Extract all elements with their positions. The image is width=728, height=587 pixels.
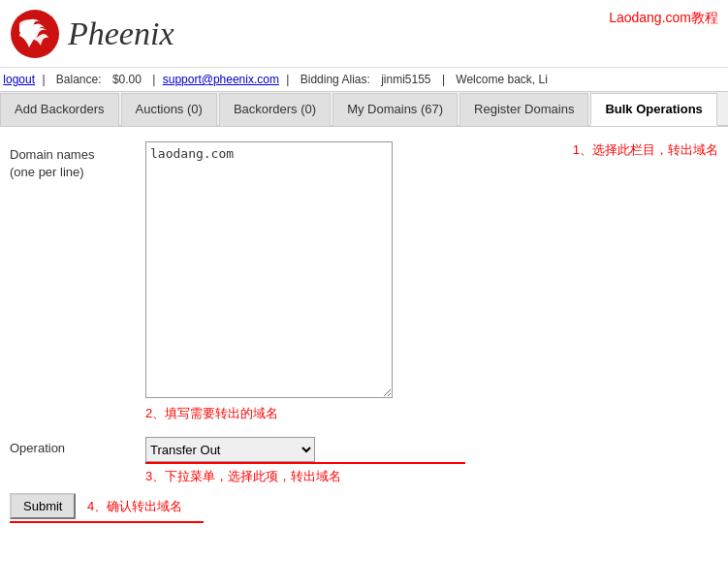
bidding-alias-value: jinmi5155 [381, 73, 430, 86]
annotation-1: 1、选择此栏目，转出域名 [573, 141, 718, 159]
domain-names-row: Domain names (one per line) 2、填写需要转出的域名 [10, 141, 718, 422]
separator-2: | [152, 73, 158, 86]
tab-backorders[interactable]: Backorders (0) [219, 93, 331, 126]
submit-button[interactable]: Submit [10, 493, 76, 519]
logout-link[interactable]: logout [3, 73, 35, 86]
welcome-text: Welcome back, Li [456, 73, 547, 86]
submit-underline: Submit 4、确认转出域名 [10, 493, 204, 523]
account-bar: logout | Balance: $0.00 | support@pheeni… [0, 68, 728, 92]
annotation-4: 4、确认转出域名 [87, 499, 182, 513]
submit-row: Submit 4、确认转出域名 [10, 493, 718, 523]
logo-bird-icon [10, 9, 60, 59]
domain-names-field: 2、填写需要转出的域名 [145, 141, 718, 422]
bidding-alias-label: Bidding Alias: [301, 73, 370, 86]
logo-container: Pheenix [10, 9, 174, 59]
domain-names-label: Domain names (one per line) [10, 141, 145, 181]
balance-value: $0.00 [112, 73, 142, 86]
separator-4: | [442, 73, 448, 86]
tab-auctions[interactable]: Auctions (0) [121, 93, 217, 126]
operation-select[interactable]: Transfer Out Transfer In Delete Renew [145, 437, 315, 462]
tabs-bar: Add Backorders Auctions (0) Backorders (… [0, 92, 728, 127]
tab-add-backorders[interactable]: Add Backorders [0, 93, 119, 126]
separator-1: | [42, 73, 47, 86]
domain-names-textarea[interactable] [145, 141, 393, 398]
tab-my-domains[interactable]: My Domains (67) [332, 93, 458, 126]
operation-row: Operation Transfer Out Transfer In Delet… [10, 437, 718, 485]
operation-label: Operation [10, 437, 145, 455]
annotation-3: 3、下拉菜单，选择此项，转出域名 [145, 468, 465, 485]
tab-bulk-operations[interactable]: Bulk Operations [590, 93, 716, 126]
main-content: 1、选择此栏目，转出域名 Domain names (one per line)… [0, 127, 728, 538]
separator-3: | [286, 73, 292, 86]
operation-underline: Transfer Out Transfer In Delete Renew [145, 437, 465, 464]
annotation-2: 2、填写需要转出的域名 [145, 405, 718, 422]
balance-label: Balance: [56, 73, 102, 86]
logo-text: Pheenix [68, 15, 174, 52]
site-link[interactable]: Laodang.com教程 [609, 10, 718, 27]
tab-register-domains[interactable]: Register Domains [459, 93, 588, 126]
header: Pheenix Laodang.com教程 [0, 0, 728, 68]
operation-field: Transfer Out Transfer In Delete Renew 3、… [145, 437, 465, 485]
support-email[interactable]: support@pheenix.com [163, 73, 279, 86]
